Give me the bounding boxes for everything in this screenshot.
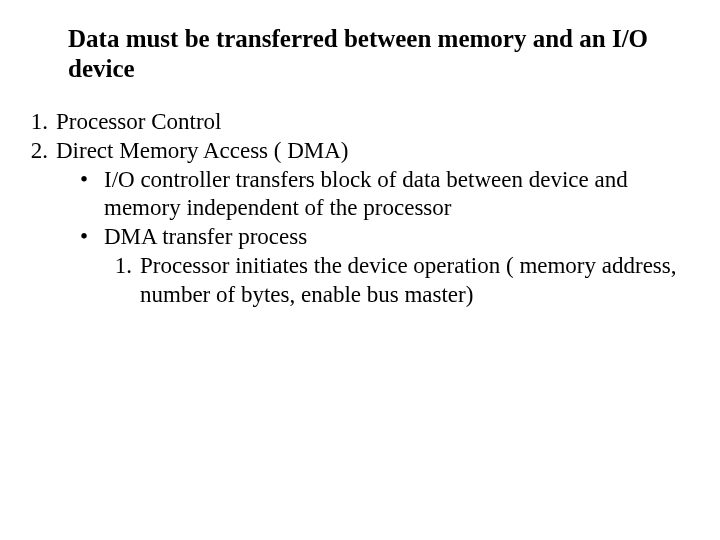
slide-title: Data must be transferred between memory … [68,24,660,84]
sub-list-item-1: 1. Processor initiates the device operat… [104,252,700,310]
list-text: Direct Memory Access ( DMA) [56,137,700,166]
bullet-text: I/O controller transfers block of data b… [104,166,700,224]
sub-list-text: Processor initiates the device operation… [140,252,700,310]
sub-list-marker: 1. [104,252,140,281]
bullet-text: DMA transfer process [104,223,700,252]
bullet-item-2: • DMA transfer process [64,223,700,252]
bullet-item-1: • I/O controller transfers block of data… [64,166,700,224]
list-text: Processor Control [56,108,700,137]
slide-content: 1. Processor Control 2. Direct Memory Ac… [20,108,700,309]
list-item-1: 1. Processor Control [20,108,700,137]
bullet-marker: • [64,223,104,252]
list-marker: 2. [20,137,56,166]
bullet-marker: • [64,166,104,195]
list-marker: 1. [20,108,56,137]
list-item-2: 2. Direct Memory Access ( DMA) [20,137,700,166]
